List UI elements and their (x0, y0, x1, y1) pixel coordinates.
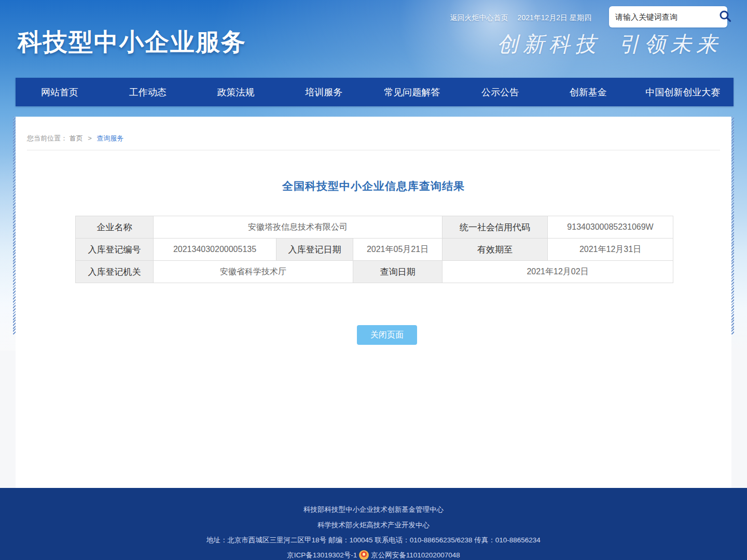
nav-item-faq[interactable]: 常见问题解答 (368, 78, 456, 106)
main-navigation: 网站首页 工作动态 政策法规 培训服务 常见问题解答 公示公告 创新基金 中国创… (16, 78, 734, 106)
page: 科技型中小企业服务 返回火炬中心首页2021年12月2日 星期四 创新科技引领未… (0, 0, 747, 560)
security-record-link[interactable]: 京公网安备11010202007048 (371, 551, 460, 560)
query-date-label: 查询日期 (353, 261, 442, 283)
breadcrumb: 您当前位置： 首页 > 查询服务 (27, 134, 123, 143)
breadcrumb-divider (27, 150, 720, 150)
registration-number-value: 202134030200005135 (154, 239, 276, 261)
breadcrumb-separator: > (88, 134, 92, 142)
query-result-table: 企业名称 安徽塔孜信息技术有限公司 统一社会信用代码 9134030008523… (75, 216, 673, 283)
nav-item-policy[interactable]: 政策法规 (192, 78, 280, 106)
query-date-value: 2021年12月02日 (442, 261, 673, 283)
header-slogan: 创新科技引领未来 (497, 30, 722, 59)
registration-authority-label: 入库登记机关 (76, 261, 154, 283)
footer-org-line1: 科技部科技型中小企业技术创新基金管理中心 (0, 505, 747, 514)
nav-item-news[interactable]: 工作动态 (104, 78, 192, 106)
nav-item-training[interactable]: 培训服务 (280, 78, 368, 106)
registration-authority-value: 安徽省科学技术厅 (154, 261, 353, 283)
registration-number-label: 入库登记编号 (76, 239, 154, 261)
nav-item-competition[interactable]: 中国创新创业大赛 (632, 78, 734, 106)
icp-number-link[interactable]: 京ICP备13019302号-1 (287, 551, 357, 560)
close-page-button[interactable]: 关闭页面 (357, 325, 417, 345)
nav-item-announcements[interactable]: 公示公告 (456, 78, 544, 106)
search-input[interactable] (615, 12, 718, 21)
breadcrumb-current-link[interactable]: 查询服务 (96, 134, 123, 142)
footer-contact-line: 地址：北京市西城区三里河二区甲18号 邮编：100045 联系电话：010-88… (0, 536, 747, 545)
footer-icp-line: 京ICP备13019302号-1 京公网安备11010202007048 (0, 550, 747, 560)
search-icon (718, 9, 732, 24)
content-panel: 您当前位置： 首页 > 查询服务 全国科技型中小企业信息库查询结果 企业名称 安… (16, 117, 731, 488)
return-torch-center-link[interactable]: 返回火炬中心首页 (450, 13, 508, 22)
table-row: 入库登记机关 安徽省科学技术厅 查询日期 2021年12月02日 (76, 261, 673, 283)
company-name-value: 安徽塔孜信息技术有限公司 (154, 216, 442, 239)
nav-item-home[interactable]: 网站首页 (16, 78, 104, 106)
header-top-links: 返回火炬中心首页2021年12月2日 星期四 (450, 13, 591, 23)
site-footer: 科技部科技型中小企业技术创新基金管理中心 科学技术部火炬高技术产业开发中心 地址… (0, 488, 747, 560)
credit-code-label: 统一社会信用代码 (442, 216, 548, 239)
search-box (609, 6, 727, 27)
breadcrumb-prefix: 您当前位置： (27, 134, 67, 142)
registration-date-value: 2021年05月21日 (353, 239, 442, 261)
valid-until-label: 有效期至 (442, 239, 548, 261)
registration-date-label: 入库登记日期 (276, 239, 353, 261)
nav-item-innovation-fund[interactable]: 创新基金 (544, 78, 632, 106)
credit-code-value: 91340300085231069W (548, 216, 673, 239)
breadcrumb-home-link[interactable]: 首页 (70, 134, 83, 142)
search-button[interactable] (718, 8, 732, 26)
current-date: 2021年12月2日 星期四 (518, 13, 591, 22)
company-name-label: 企业名称 (76, 216, 154, 239)
table-row: 企业名称 安徽塔孜信息技术有限公司 统一社会信用代码 9134030008523… (76, 216, 673, 239)
table-row: 入库登记编号 202134030200005135 入库登记日期 2021年05… (76, 239, 673, 261)
footer-org-line2: 科学技术部火炬高技术产业开发中心 (0, 521, 747, 530)
valid-until-value: 2021年12月31日 (548, 239, 673, 261)
page-title: 全国科技型中小企业信息库查询结果 (16, 179, 731, 193)
site-logo: 科技型中小企业服务 (18, 26, 246, 59)
police-badge-icon (359, 550, 369, 560)
